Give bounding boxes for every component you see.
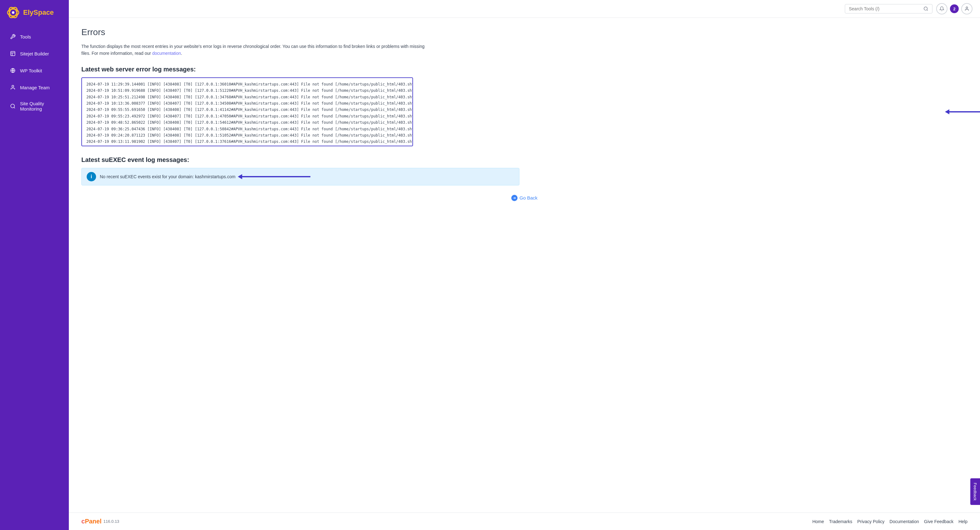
bell-button[interactable] — [936, 3, 947, 14]
suexec-box: i No recent suEXEC events exist for your… — [81, 168, 519, 185]
svg-point-7 — [11, 104, 14, 108]
cpanel-version: 116.0.13 — [103, 519, 119, 524]
cpanel-brand: cPanel — [81, 518, 101, 525]
header: 2 — [69, 0, 980, 18]
footer-link-privacy-policy[interactable]: Privacy Policy — [858, 519, 885, 524]
log-line: 2024-07-19 10:51:09.919688 [INFO] [43840… — [86, 88, 408, 94]
logo: ElySpace — [0, 0, 69, 25]
notification-badge[interactable]: 2 — [950, 5, 959, 13]
log-line: 2024-07-19 09:13:11.981902 [INFO] [43840… — [86, 139, 408, 145]
suexec-section-title: Latest suEXEC event log messages: — [81, 156, 967, 163]
sitejet-icon — [10, 50, 16, 57]
log-line: 2024-07-19 09:48:52.865022 [INFO] [43840… — [86, 119, 408, 126]
footer: cPanel 116.0.13 HomeTrademarksPrivacy Po… — [69, 512, 980, 530]
arrow-right — [949, 111, 980, 112]
wrench-icon — [10, 33, 16, 40]
suexec-arrow — [242, 176, 310, 177]
footer-links: HomeTrademarksPrivacy PolicyDocumentatio… — [812, 519, 967, 524]
header-icons: 2 — [936, 3, 972, 14]
sidebar-item-sitejet[interactable]: Sitejet Builder — [3, 46, 66, 61]
svg-rect-4 — [11, 51, 15, 56]
svg-point-3 — [12, 11, 14, 14]
webserver-section-title: Latest web server error log messages: — [81, 66, 967, 73]
search-input[interactable] — [849, 6, 921, 11]
cpanel-logo: cPanel 116.0.13 — [81, 518, 119, 525]
user-icon — [964, 6, 969, 11]
go-back-section: ➜ Go Back — [81, 195, 967, 201]
wordpress-icon — [10, 67, 16, 74]
footer-link-help[interactable]: Help — [958, 519, 967, 524]
footer-link-give-feedback[interactable]: Give Feedback — [924, 519, 953, 524]
sidebar-item-manage-team-label: Manage Team — [20, 85, 50, 90]
error-log-box[interactable]: 2024-07-19 11:29:39.144001 [INFO] [43840… — [81, 77, 413, 146]
user-button[interactable] — [961, 3, 972, 14]
go-back-icon: ➜ — [511, 195, 517, 201]
sidebar-item-site-quality[interactable]: Site Quality Monitoring — [3, 96, 66, 116]
footer-link-trademarks[interactable]: Trademarks — [829, 519, 852, 524]
sidebar: ElySpace Tools Sitejet Builder — [0, 0, 69, 530]
logo-text: ElySpace — [23, 8, 54, 17]
side-feedback-tab[interactable]: Feedback — [970, 478, 980, 505]
page-title: Errors — [81, 27, 967, 37]
footer-link-home[interactable]: Home — [812, 519, 824, 524]
log-line: 2024-07-19 09:24:20.871123 [INFO] [43840… — [86, 132, 408, 139]
svg-point-9 — [966, 7, 967, 8]
sidebar-item-wptoolkit-label: WP Toolkit — [20, 68, 42, 73]
logo-icon — [6, 6, 20, 19]
search-quality-icon — [10, 103, 16, 110]
bell-icon — [939, 6, 944, 11]
sidebar-item-wptoolkit[interactable]: WP Toolkit — [3, 63, 66, 78]
sidebar-item-tools[interactable]: Tools — [3, 29, 66, 45]
page-description: The function displays the most recent en… — [81, 43, 426, 57]
search-icon — [923, 6, 928, 11]
log-line: 2024-07-19 10:13:36.008377 [INFO] [43840… — [86, 100, 408, 107]
page-content: Errors The function displays the most re… — [69, 18, 980, 512]
sidebar-nav: Tools Sitejet Builder WP Toolkit — [0, 25, 69, 530]
search-button[interactable] — [923, 6, 928, 11]
sidebar-item-manage-team[interactable]: Manage Team — [3, 80, 66, 95]
sidebar-item-site-quality-label: Site Quality Monitoring — [20, 101, 59, 112]
suexec-info-icon: i — [87, 172, 96, 181]
log-line: 2024-07-19 11:29:39.144001 [INFO] [43840… — [86, 81, 408, 88]
suexec-arrow-line — [242, 176, 310, 177]
main-area: 2 Errors The function displays the most … — [69, 0, 980, 530]
go-back-label: Go Back — [519, 195, 538, 201]
suexec-message: No recent suEXEC events exist for your d… — [100, 174, 235, 179]
svg-point-6 — [12, 85, 14, 87]
log-line: 2024-07-19 09:36:25.047436 [INFO] [43840… — [86, 126, 408, 132]
log-line: 2024-07-19 10:25:51.212498 [INFO] [43840… — [86, 94, 408, 100]
footer-link-documentation[interactable]: Documentation — [889, 519, 919, 524]
svg-point-8 — [924, 7, 928, 10]
log-line: 2024-07-19 09:55:55.691650 [INFO] [43840… — [86, 107, 408, 113]
documentation-link[interactable]: documentation — [152, 51, 181, 56]
arrow-line — [949, 111, 980, 112]
error-log-container: 2024-07-19 11:29:39.144001 [INFO] [43840… — [81, 77, 967, 146]
sidebar-item-sitejet-label: Sitejet Builder — [20, 51, 49, 56]
sidebar-item-tools-label: Tools — [20, 34, 31, 40]
search-bar-container — [845, 4, 932, 13]
log-line: 2024-07-19 09:55:23.492972 [INFO] [43840… — [86, 113, 408, 119]
go-back-button[interactable]: ➜ Go Back — [511, 195, 538, 201]
person-icon — [10, 84, 16, 91]
